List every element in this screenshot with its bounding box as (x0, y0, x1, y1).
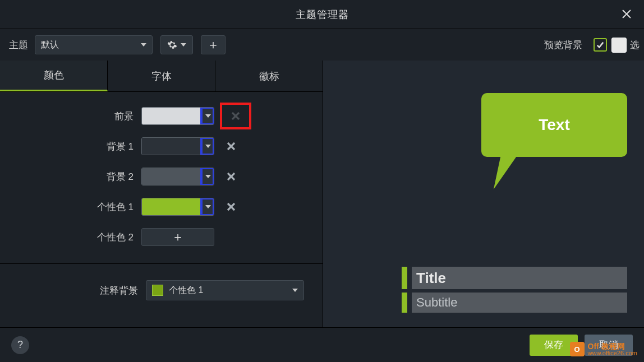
bubble-text: Text (539, 116, 570, 134)
color-swatch (142, 108, 201, 124)
preview-panel: Text Title Subtitle (323, 61, 644, 327)
color-dropdown[interactable] (201, 168, 214, 185)
close-icon (622, 9, 632, 19)
tab-label: 颜色 (44, 68, 64, 82)
tab-logo[interactable]: 徽标 (215, 61, 323, 91)
annotation-bg-select[interactable]: 个性色 1 (146, 280, 304, 300)
subtitle-accent-bar (402, 293, 407, 313)
plus-icon: ＋ (172, 231, 184, 243)
annotation-selected-value: 个性色 1 (169, 285, 203, 296)
theme-label: 主题 (9, 39, 28, 52)
preview-titles: Title Subtitle (402, 267, 627, 313)
row-label: 背景 2 (0, 170, 141, 183)
close-button[interactable] (619, 7, 634, 21)
color-picker[interactable] (141, 107, 214, 125)
cancel-label: 取消 (599, 338, 618, 351)
close-icon (231, 112, 240, 120)
tabs: 颜色 字体 徽标 (0, 61, 323, 92)
chevron-down-icon (292, 289, 298, 292)
theme-settings-button[interactable] (160, 35, 193, 54)
color-row-foreground: 前景 (0, 101, 323, 131)
annotation-section: 注释背景 个性色 1 (0, 263, 323, 317)
add-theme-button[interactable]: ＋ (201, 35, 226, 54)
close-icon (227, 142, 236, 151)
close-icon (227, 202, 236, 211)
row-label: 背景 1 (0, 140, 141, 153)
chevron-down-icon (205, 145, 211, 148)
theme-select-value: 默认 (41, 39, 59, 51)
row-label: 个性色 1 (0, 201, 141, 214)
toolbar: 主题 默认 ＋ 预览背景 选 (0, 29, 644, 61)
tab-colors[interactable]: 颜色 (0, 61, 108, 91)
check-icon (596, 41, 604, 49)
trailing-cut-text: 选 (630, 39, 640, 52)
color-row-accent1: 个性色 1 (0, 192, 323, 222)
body: 颜色 字体 徽标 前景 背景 1 (0, 61, 644, 327)
chevron-down-icon (181, 43, 186, 47)
bubble-tail (494, 157, 534, 189)
color-row-bg2: 背景 2 (0, 161, 323, 192)
delete-color-button[interactable] (221, 104, 250, 128)
color-picker[interactable] (141, 198, 214, 216)
color-row-accent2-add: 个性色 2 ＋ (0, 222, 323, 252)
window-title: 主题管理器 (296, 8, 349, 21)
help-icon: ? (17, 339, 23, 351)
color-swatch (142, 198, 201, 215)
color-rows: 前景 背景 1 (0, 92, 323, 263)
save-button[interactable]: 保存 (530, 335, 578, 356)
chevron-down-icon (205, 175, 211, 178)
tab-fonts[interactable]: 字体 (108, 61, 215, 91)
gear-icon (167, 40, 177, 50)
preview-subtitle: Subtitle (416, 295, 457, 310)
color-picker[interactable] (141, 137, 214, 155)
preview-bg-checkbox[interactable] (594, 38, 607, 52)
chevron-down-icon (141, 43, 146, 47)
titlebar: 主题管理器 (0, 0, 644, 29)
close-icon (227, 172, 236, 181)
color-dropdown[interactable] (201, 138, 214, 155)
row-label: 前景 (0, 110, 141, 123)
add-color-button[interactable]: ＋ (141, 228, 214, 246)
color-dropdown[interactable] (201, 198, 214, 215)
delete-color-button[interactable] (221, 198, 241, 216)
delete-color-button[interactable] (221, 137, 241, 155)
tab-label: 徽标 (259, 69, 279, 83)
annotation-label: 注释背景 (0, 284, 146, 297)
help-button[interactable]: ? (11, 336, 29, 354)
cancel-button[interactable]: 取消 (585, 335, 633, 356)
row-label: 个性色 2 (0, 231, 141, 244)
chevron-down-icon (205, 205, 211, 208)
color-row-bg1: 背景 1 (0, 131, 323, 161)
chevron-down-icon (205, 114, 211, 118)
color-swatch (142, 168, 201, 185)
tab-label: 字体 (151, 69, 172, 83)
title-accent-bar (402, 267, 407, 289)
annotation-swatch (152, 285, 163, 296)
footer: ? 保存 取消 (0, 327, 644, 362)
delete-color-button[interactable] (221, 168, 241, 185)
plus-icon: ＋ (207, 39, 219, 51)
preview-bg-color-button[interactable] (611, 38, 627, 53)
color-picker[interactable] (141, 168, 214, 185)
left-panel: 颜色 字体 徽标 前景 背景 1 (0, 61, 323, 327)
preview-title: Title (416, 270, 446, 287)
preview-speech-bubble: Text (481, 93, 627, 189)
theme-select[interactable]: 默认 (35, 35, 153, 54)
preview-bg-label: 预览背景 (544, 39, 582, 52)
color-swatch (142, 138, 201, 155)
save-label: 保存 (544, 338, 563, 351)
color-dropdown[interactable] (201, 108, 214, 124)
